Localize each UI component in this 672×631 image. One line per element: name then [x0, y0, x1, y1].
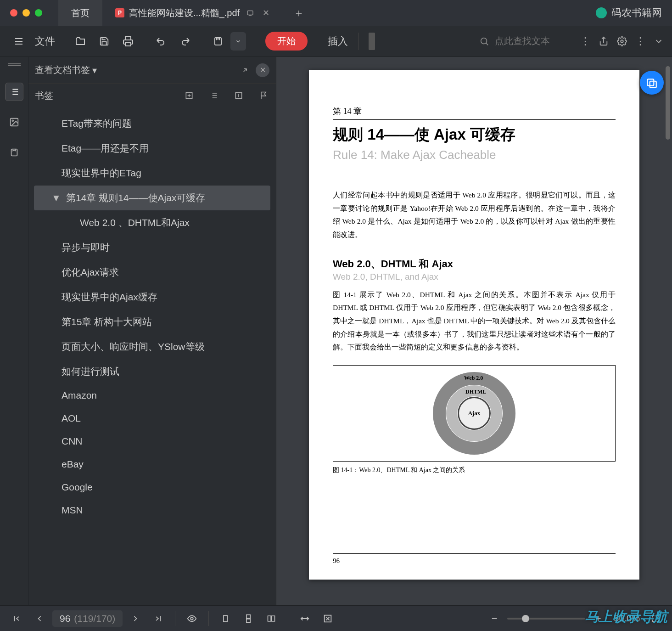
section-heading: Web 2.0、DHTML 和 Ajax: [333, 257, 616, 271]
bookmark-item[interactable]: 现实世界中的ETag: [34, 161, 270, 186]
document-view[interactable]: 第 14 章 规则 14——使 Ajax 可缓存 Rule 14: Make A…: [276, 57, 672, 605]
rail-attachments[interactable]: [5, 143, 23, 162]
bookmark-item[interactable]: eBay: [34, 453, 270, 476]
bookmark-label: 优化Ajax请求: [62, 266, 119, 279]
insert-menu[interactable]: 插入: [325, 34, 351, 48]
bookmark-item[interactable]: Etag——用还是不用: [34, 136, 270, 161]
bookmark-item[interactable]: MSN: [34, 499, 270, 522]
tab-home-label: 首页: [71, 7, 90, 19]
search-input[interactable]: [495, 36, 568, 46]
tab-home[interactable]: 首页: [58, 0, 102, 26]
first-page-button[interactable]: [6, 609, 27, 628]
bookmark-item[interactable]: 如何进行测试: [34, 359, 270, 384]
tool-dropdown[interactable]: [230, 32, 246, 51]
bookmark-flag-icon[interactable]: [258, 90, 269, 101]
svg-rect-14: [246, 614, 250, 618]
search-icon[interactable]: [479, 36, 489, 46]
redo-button[interactable]: [174, 31, 196, 52]
fit-width-button[interactable]: [295, 609, 315, 628]
prev-page-button[interactable]: [29, 609, 50, 628]
rail-grip[interactable]: [8, 63, 21, 66]
bookmark-item[interactable]: 页面大小、响应时间、YSlow等级: [34, 334, 270, 359]
svg-rect-11: [650, 81, 656, 88]
kebab-icon[interactable]: ⋮: [635, 35, 645, 47]
settings-icon[interactable]: [617, 36, 627, 46]
menu-button[interactable]: [8, 31, 29, 52]
layout-facing-button[interactable]: [261, 609, 281, 628]
bookmark-item[interactable]: ▼第14章 规则14——使Ajax可缓存: [34, 186, 270, 210]
panel-popout-button[interactable]: [238, 63, 252, 77]
open-button[interactable]: [70, 31, 91, 52]
zoom-slider-knob[interactable]: [522, 615, 529, 622]
brand-badge-icon: [596, 7, 607, 18]
close-window-button[interactable]: [10, 9, 17, 17]
page-input[interactable]: 96 (119/170): [52, 610, 123, 627]
panel-title-dropdown[interactable]: 查看文档书签 ▾: [35, 64, 97, 76]
layout-continuous-button[interactable]: [238, 609, 258, 628]
bookmark-item[interactable]: 现实世界中的Ajax缓存: [34, 285, 270, 310]
chapter-label: 第 14 章: [333, 106, 616, 117]
bookmark-collapse-icon[interactable]: [233, 90, 245, 101]
undo-button[interactable]: [151, 31, 172, 52]
tool-button[interactable]: [207, 31, 229, 52]
floating-action-button[interactable]: [640, 71, 664, 95]
paragraph: 图 14-1 展示了 Web 2.0、DHTML 和 Ajax 之间的关系。本图…: [333, 288, 616, 354]
start-button[interactable]: 开始: [265, 32, 308, 51]
tab-document[interactable]: P 高性能网站建设...精髓_.pdf ✕: [102, 0, 282, 26]
figure: Ajax Web 2.0 DHTML: [333, 365, 616, 462]
page-total: (119/170): [74, 613, 115, 624]
circle-inner: Ajax: [458, 397, 491, 430]
more-icon[interactable]: ⋮: [580, 35, 590, 47]
panel-close-button[interactable]: ✕: [256, 63, 269, 77]
tab-strip: 首页 P 高性能网站建设...精髓_.pdf ✕ ＋: [58, 0, 315, 26]
print-button[interactable]: [118, 31, 139, 52]
next-page-button[interactable]: [125, 609, 146, 628]
rail-outline[interactable]: [5, 83, 23, 101]
bookmark-list[interactable]: ETag带来的问题Etag——用还是不用现实世界中的ETag▼第14章 规则14…: [28, 107, 276, 605]
tab-document-label: 高性能网站建设...精髓_.pdf: [129, 7, 240, 19]
scrollbar-thumb[interactable]: [666, 66, 670, 140]
maximize-window-button[interactable]: [35, 9, 42, 17]
file-menu[interactable]: 文件: [32, 34, 58, 48]
bookmark-add-icon[interactable]: [183, 90, 195, 101]
bookmark-label: Etag——用还是不用: [62, 142, 149, 155]
zoom-out-button[interactable]: −: [484, 609, 504, 628]
fit-page-button[interactable]: [318, 609, 338, 628]
svg-rect-0: [247, 11, 253, 15]
close-tab-button[interactable]: ✕: [263, 8, 269, 18]
bookmark-item[interactable]: Amazon: [34, 384, 270, 407]
bookmark-item[interactable]: 异步与即时: [34, 235, 270, 260]
vertical-scrollbar[interactable]: [665, 57, 671, 605]
page-indicator-icon[interactable]: [369, 33, 375, 50]
caret-down-icon[interactable]: ▼: [51, 192, 58, 203]
read-mode-button[interactable]: [182, 609, 202, 628]
rail-thumbnails[interactable]: [5, 113, 23, 131]
panel-tab-bookmarks[interactable]: 书签: [35, 90, 53, 102]
bookmark-item[interactable]: Web 2.0 、DHTML和Ajax: [34, 210, 270, 235]
layout-single-button[interactable]: [215, 609, 235, 628]
bookmark-expand-icon[interactable]: [208, 90, 220, 101]
brand[interactable]: 码农书籍网: [596, 6, 662, 20]
panel-title-label: 查看文档书签: [35, 64, 90, 76]
svg-point-3: [481, 38, 487, 44]
detach-tab-icon[interactable]: [246, 9, 254, 17]
bookmark-label: 异步与即时: [62, 241, 110, 254]
minimize-window-button[interactable]: [22, 9, 30, 17]
collapse-toolbar-icon[interactable]: [654, 36, 664, 46]
bookmark-label: MSN: [62, 505, 83, 516]
last-page-button[interactable]: [148, 609, 168, 628]
bookmark-item[interactable]: 第15章 析构十大网站: [34, 310, 270, 334]
svg-rect-16: [268, 616, 271, 621]
share-icon[interactable]: [599, 36, 609, 46]
chevron-down-icon: ▾: [92, 65, 97, 76]
bookmark-item[interactable]: 优化Ajax请求: [34, 260, 270, 285]
bookmark-item[interactable]: Google: [34, 476, 270, 499]
fullscreen-button[interactable]: [645, 609, 666, 628]
save-button[interactable]: [94, 31, 115, 52]
zoom-slider[interactable]: [507, 618, 585, 620]
bookmark-item[interactable]: CNN: [34, 430, 270, 453]
new-tab-button[interactable]: ＋: [282, 0, 315, 26]
bookmark-item[interactable]: AOL: [34, 407, 270, 430]
zoom-in-button[interactable]: +: [588, 609, 608, 628]
bookmark-item[interactable]: ETag带来的问题: [34, 111, 270, 136]
